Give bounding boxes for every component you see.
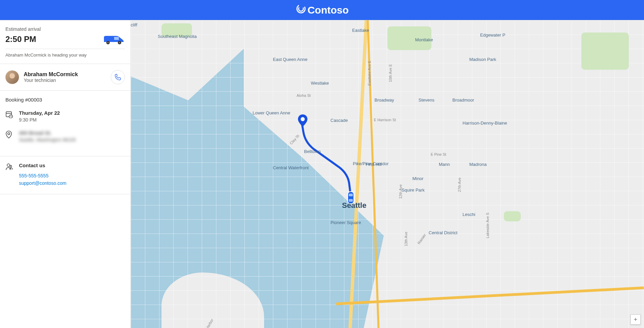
map-label: cliff xyxy=(131,22,137,27)
svg-point-13 xyxy=(7,164,10,167)
eta-status: Abraham McCormick is heading your way xyxy=(5,52,125,58)
brand-name: Contoso xyxy=(307,4,349,16)
map-street-label: Lakeside Ave S xyxy=(486,213,490,238)
contact-email-link[interactable]: support@contoso.com xyxy=(19,180,125,186)
plus-icon: + xyxy=(634,316,638,323)
technician-section: Abraham McCormick Your technician xyxy=(0,64,130,91)
map-street-label: 10th Ave E xyxy=(388,64,392,82)
person-icon xyxy=(5,162,13,188)
calendar-icon xyxy=(5,110,13,123)
logo-icon xyxy=(295,3,307,17)
phone-icon xyxy=(114,74,121,81)
svg-line-11 xyxy=(11,116,12,117)
details-sidebar: Estimated arrival 2:50 PM Abraham McCorm… xyxy=(0,20,131,328)
map-label: Harrison-Denny-Blaine xyxy=(463,121,507,126)
eta-time: 2:50 PM xyxy=(5,35,36,44)
map-label: Southeast Magnolia xyxy=(158,34,197,39)
map-street-label: 12th Ave xyxy=(399,184,403,199)
svg-point-0 xyxy=(296,3,307,15)
map-label: Madrona xyxy=(469,162,487,167)
contact-section: Contact us 555-555-5555 support@contoso.… xyxy=(0,156,130,194)
address-line1: 400 Broad St. xyxy=(19,130,76,136)
map-label: East Queen Anne xyxy=(273,57,307,62)
map-label: Mann xyxy=(439,162,450,167)
eta-section: Estimated arrival 2:50 PM Abraham McCorm… xyxy=(0,20,130,64)
technician-role: Your technician xyxy=(24,78,78,83)
zoom-in-button[interactable]: + xyxy=(630,314,641,325)
map-street-label: E Pine St xyxy=(431,152,446,156)
svg-point-6 xyxy=(119,42,120,43)
booking-date: Thursday, Apr 22 xyxy=(19,110,60,116)
contact-heading: Contact us xyxy=(19,162,125,168)
map-view[interactable]: cliff Southeast Magnolia East Queen Anne… xyxy=(131,20,644,328)
booking-time: 9:30 PM xyxy=(19,117,60,123)
svg-point-4 xyxy=(107,42,109,43)
map-label: Central Waterfront xyxy=(273,165,309,170)
map-label: Westlake xyxy=(311,81,329,86)
map-street-label: 27th Ave xyxy=(457,178,461,192)
map-street-label: Aloha St xyxy=(297,93,311,97)
map-label: First Hill xyxy=(366,162,382,167)
svg-point-12 xyxy=(8,133,10,135)
map-label: Stevens xyxy=(418,97,434,103)
technician-name: Abraham McCormick xyxy=(24,71,78,78)
map-label: Edgewater P xyxy=(480,32,505,38)
map-label: Central District xyxy=(429,230,457,235)
brand-logo: Contoso xyxy=(295,3,349,17)
map-label: Squire Park xyxy=(402,188,425,193)
schedule-row: Thursday, Apr 22 9:30 PM xyxy=(5,110,125,123)
map-label: Leschi xyxy=(463,212,475,217)
address-line2: Seattle, Washington 98109 xyxy=(19,137,76,143)
address-row: 400 Broad St. Seattle, Washington 98109 xyxy=(5,130,125,143)
eta-label: Estimated arrival xyxy=(5,26,125,32)
map-label: Cascade xyxy=(330,118,348,123)
svg-point-1 xyxy=(298,5,304,12)
map-label: Eastlake xyxy=(352,28,369,33)
map-label: Madison Park xyxy=(469,57,496,62)
svg-rect-17 xyxy=(349,194,353,196)
svg-rect-2 xyxy=(114,37,119,40)
van-icon xyxy=(103,33,125,45)
map-label: Lower Queen Anne xyxy=(253,110,290,115)
map-street-label: Eastlake Ave E xyxy=(367,61,371,86)
booking-section: Booking #00003 Thursday, Apr 22 9:30 PM xyxy=(0,91,130,156)
app-header: Contoso xyxy=(0,0,644,20)
svg-point-15 xyxy=(301,117,305,121)
contact-phone-link[interactable]: 555-555-5555 xyxy=(19,173,125,178)
map-city-label: Seattle xyxy=(342,201,366,210)
map-label: Broadmoor xyxy=(452,97,474,103)
map-label: Broadway xyxy=(374,97,394,103)
map-street-label: E Harrison St xyxy=(374,118,396,122)
map-street-label: 13th Ave xyxy=(404,232,408,246)
location-icon xyxy=(5,130,13,143)
map-label: Pioneer Square xyxy=(330,220,361,225)
map-label: Montlake xyxy=(415,37,433,42)
map-label: Belltown xyxy=(304,149,321,154)
map-label: Minor xyxy=(412,176,424,181)
destination-pin-icon xyxy=(298,114,307,124)
svg-point-14 xyxy=(10,166,12,167)
booking-id: Booking #00003 xyxy=(5,97,125,103)
avatar xyxy=(5,70,19,84)
call-button[interactable] xyxy=(111,70,125,84)
